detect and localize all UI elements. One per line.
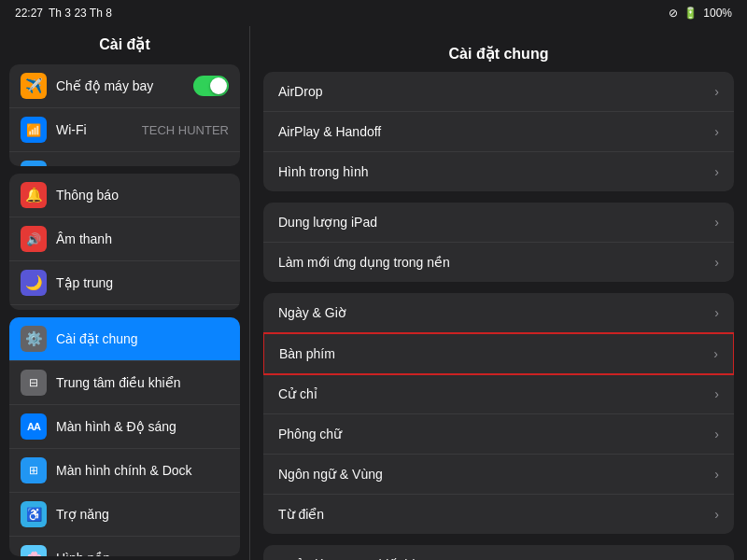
general-label: Cài đặt chung [56, 331, 229, 346]
sidebar-item-general[interactable]: ⚙️ Cài đặt chung [9, 317, 240, 361]
status-bar: 22:27 Th 3 23 Th 8 ⊘ 🔋 100% [0, 0, 747, 26]
status-icons: ⊘ 🔋 100% [669, 7, 732, 20]
homescreen-icon: ⊞ [21, 457, 47, 483]
sidebar-item-control[interactable]: ⊟ Trung tâm điều khiển [9, 361, 240, 405]
sidebar-item-accessibility[interactable]: ♿ Trợ năng [9, 493, 240, 537]
content-group-4: Quản lý VPN & Thiết bị › [263, 545, 734, 560]
sidebar-item-wallpaper[interactable]: 🌸 Hình nền [9, 537, 240, 556]
language-chevron: › [714, 467, 719, 482]
sidebar-item-wifi[interactable]: 📶 Wi-Fi TECH HUNTER [9, 108, 240, 152]
general-icon: ⚙️ [21, 326, 47, 352]
content-item-airplay[interactable]: AirPlay & Handoff › [263, 112, 734, 152]
wifi-status-icon: ⊘ [669, 7, 678, 20]
airplane-toggle[interactable] [193, 76, 229, 96]
bgrefresh-chevron: › [714, 255, 719, 270]
font-label: Phông chữ [278, 427, 714, 441]
status-time: 22:27 [15, 7, 43, 20]
sidebar-group-system: ⚙️ Cài đặt chung ⊟ Trung tâm điều khiển … [9, 317, 240, 556]
sidebar-item-focus[interactable]: 🌙 Tập trung [9, 261, 240, 305]
sounds-label: Âm thanh [56, 231, 229, 246]
dictionary-chevron: › [714, 507, 719, 522]
status-time-area: 22:27 Th 3 23 Th 8 [15, 7, 112, 20]
notifications-label: Thông báo [56, 188, 229, 203]
sidebar-title: Cài đặt [0, 26, 249, 61]
airdrop-label: AirDrop [278, 84, 714, 99]
keyboard-chevron: › [713, 346, 718, 361]
gesture-chevron: › [714, 386, 719, 401]
display-icon: AA [21, 413, 47, 440]
content-item-gesture[interactable]: Cử chỉ › [263, 374, 734, 414]
content-item-keyboard[interactable]: Bàn phím › [263, 332, 734, 375]
content-item-language[interactable]: Ngôn ngữ & Vùng › [263, 455, 734, 495]
gesture-label: Cử chỉ [278, 386, 714, 401]
main-layout: Cài đặt ✈️ Chế độ máy bay 📶 Wi-Fi TECH H… [0, 26, 747, 560]
battery-percent: 100% [703, 7, 732, 20]
airplay-label: AirPlay & Handoff [278, 124, 714, 139]
pip-label: Hình trong hình [278, 164, 714, 179]
sidebar-group-notifications: 🔔 Thông báo 🔊 Âm thanh 🌙 Tập trung ⏱ Thờ… [9, 174, 240, 310]
homescreen-label: Màn hình chính & Dock [56, 463, 229, 478]
content-group-2: Dung lượng iPad › Làm mới ứng dụng trong… [263, 203, 734, 282]
focus-icon: 🌙 [21, 270, 47, 296]
sidebar: Cài đặt ✈️ Chế độ máy bay 📶 Wi-Fi TECH H… [0, 26, 250, 560]
sidebar-item-sounds[interactable]: 🔊 Âm thanh [9, 217, 240, 261]
wifi-value: TECH HUNTER [142, 123, 229, 137]
airplane-label: Chế độ máy bay [56, 78, 193, 93]
sidebar-item-airplane[interactable]: ✈️ Chế độ máy bay [9, 64, 240, 108]
content-item-font[interactable]: Phông chữ › [263, 414, 734, 455]
content-item-pip[interactable]: Hình trong hình › [263, 152, 734, 191]
focus-label: Tập trung [56, 275, 229, 290]
sidebar-item-notifications[interactable]: 🔔 Thông báo [9, 174, 240, 217]
content-item-airdrop[interactable]: AirDrop › [263, 72, 734, 112]
wallpaper-label: Hình nền [56, 551, 229, 556]
sounds-icon: 🔊 [21, 226, 47, 252]
content-group-1: AirDrop › AirPlay & Handoff › Hình trong… [263, 72, 734, 191]
accessibility-icon: ♿ [21, 501, 47, 527]
sidebar-item-homescreen[interactable]: ⊞ Màn hình chính & Dock [9, 449, 240, 493]
sidebar-item-display[interactable]: AA Màn hình & Độ sáng [9, 405, 240, 449]
language-label: Ngôn ngữ & Vùng [278, 467, 714, 482]
datetime-chevron: › [714, 305, 719, 320]
airdrop-chevron: › [714, 84, 719, 99]
storage-label: Dung lượng iPad [278, 215, 714, 230]
content-item-datetime[interactable]: Ngày & Giờ › [263, 293, 734, 333]
storage-chevron: › [714, 215, 719, 230]
pip-chevron: › [714, 164, 719, 179]
content-panel: Cài đặt chung AirDrop › AirPlay & Handof… [250, 26, 747, 560]
sidebar-group-connectivity: ✈️ Chế độ máy bay 📶 Wi-Fi TECH HUNTER B … [9, 64, 240, 166]
content-title: Cài đặt chung [263, 35, 734, 72]
control-icon: ⊟ [21, 370, 47, 396]
sidebar-item-screentime[interactable]: ⏱ Thời gian sử dụng [9, 305, 240, 310]
content-item-storage[interactable]: Dung lượng iPad › [263, 203, 734, 243]
sidebar-item-bluetooth[interactable]: B Bluetooth Tắt [9, 152, 240, 166]
wifi-icon: 📶 [21, 117, 47, 143]
datetime-label: Ngày & Giờ [278, 305, 714, 320]
font-chevron: › [714, 427, 719, 441]
accessibility-label: Trợ năng [56, 507, 229, 522]
bluetooth-icon: B [21, 161, 47, 166]
content-group-3: Ngày & Giờ › Bàn phím › Cử chỉ › Phông c… [263, 293, 734, 534]
bgrefresh-label: Làm mới ứng dụng trong nền [278, 255, 714, 270]
battery-icon: 🔋 [684, 7, 698, 20]
wallpaper-icon: 🌸 [21, 545, 47, 556]
airplay-chevron: › [714, 124, 719, 139]
dictionary-label: Từ điển [278, 507, 714, 522]
content-item-vpn[interactable]: Quản lý VPN & Thiết bị › [263, 545, 734, 560]
keyboard-label: Bàn phím [279, 346, 713, 361]
status-date: Th 3 23 Th 8 [49, 7, 112, 20]
airplane-icon: ✈️ [21, 73, 47, 99]
content-item-dictionary[interactable]: Từ điển › [263, 495, 734, 534]
display-label: Màn hình & Độ sáng [56, 419, 229, 434]
content-item-bgrefresh[interactable]: Làm mới ứng dụng trong nền › [263, 243, 734, 282]
wifi-label: Wi-Fi [56, 122, 142, 137]
notifications-icon: 🔔 [21, 182, 47, 208]
control-label: Trung tâm điều khiển [56, 375, 229, 390]
